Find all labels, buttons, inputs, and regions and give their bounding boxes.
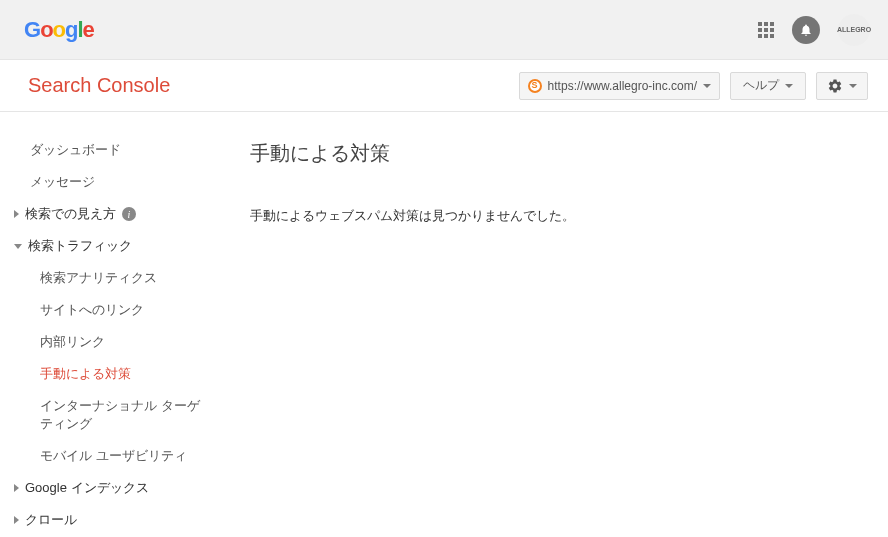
sidebar-item-analytics[interactable]: 検索アナリティクス <box>0 262 220 294</box>
sidebar-item-manual-actions[interactable]: 手動による対策 <box>0 358 220 390</box>
sidebar-group-crawl[interactable]: クロール <box>0 504 220 536</box>
sidebar-group-label: クロール <box>25 511 77 529</box>
sidebar-group-google-index[interactable]: Google インデックス <box>0 472 220 504</box>
gear-icon <box>827 78 843 94</box>
notifications-icon[interactable] <box>792 16 820 44</box>
sidebar-group-label: 検索トラフィック <box>28 237 132 255</box>
page-message: 手動によるウェブスパム対策は見つかりませんでした。 <box>250 207 858 225</box>
product-name: Search Console <box>28 74 170 97</box>
page-title: 手動による対策 <box>250 140 858 167</box>
sidebar-item-links-to-site[interactable]: サイトへのリンク <box>0 294 220 326</box>
sidebar-item-mobile-usability[interactable]: モバイル ユーザビリティ <box>0 440 220 472</box>
sidebar-item-internal-links[interactable]: 内部リンク <box>0 326 220 358</box>
sidebar-item-dashboard[interactable]: ダッシュボード <box>0 134 220 166</box>
chevron-right-icon <box>14 484 19 492</box>
chevron-right-icon <box>14 516 19 524</box>
sidebar-group-appearance[interactable]: 検索での見え方 i <box>0 198 220 230</box>
content: 手動による対策 手動によるウェブスパム対策は見つかりませんでした。 <box>220 112 888 537</box>
site-url: https://www.allegro-inc.com/ <box>548 79 697 93</box>
top-header: Google ALLEGRO <box>0 0 888 60</box>
sidebar-group-label: 検索での見え方 <box>25 205 116 223</box>
help-button[interactable]: ヘルプ <box>730 72 806 100</box>
help-label: ヘルプ <box>743 77 779 94</box>
avatar[interactable]: ALLEGRO <box>838 14 870 46</box>
sidebar-item-intl-targeting[interactable]: インターナショナル ターゲティング <box>0 390 220 440</box>
site-favicon-icon: S <box>528 79 542 93</box>
chevron-down-icon <box>14 244 22 249</box>
chevron-down-icon <box>703 84 711 88</box>
info-icon: i <box>122 207 136 221</box>
sidebar: ダッシュボード メッセージ 検索での見え方 i 検索トラフィック 検索アナリティ… <box>0 112 220 537</box>
google-logo[interactable]: Google <box>24 17 94 43</box>
site-selector[interactable]: S https://www.allegro-inc.com/ <box>519 72 720 100</box>
sidebar-item-messages[interactable]: メッセージ <box>0 166 220 198</box>
chevron-right-icon <box>14 210 19 218</box>
apps-icon[interactable] <box>758 22 774 38</box>
sub-header: Search Console S https://www.allegro-inc… <box>0 60 888 112</box>
chevron-down-icon <box>849 84 857 88</box>
sidebar-group-label: Google インデックス <box>25 479 149 497</box>
settings-button[interactable] <box>816 72 868 100</box>
sidebar-group-traffic[interactable]: 検索トラフィック <box>0 230 220 262</box>
chevron-down-icon <box>785 84 793 88</box>
